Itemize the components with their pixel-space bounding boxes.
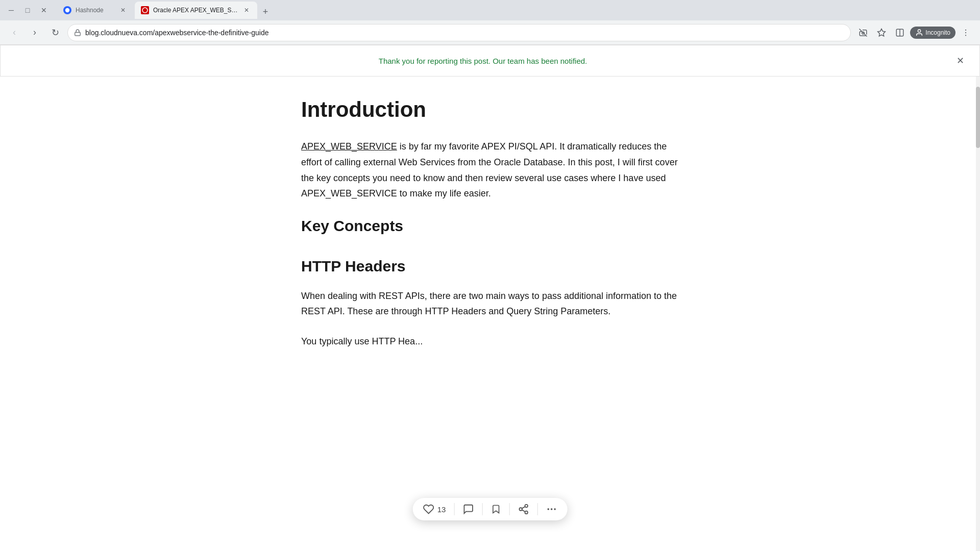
- section-spacer: [301, 248, 679, 256]
- tab-hashnode-close[interactable]: ✕: [118, 6, 128, 15]
- svg-line-16: [522, 507, 525, 509]
- tabs-row: Hashnode ✕ Oracle APEX APEX_WEB_SERVI...…: [57, 2, 976, 19]
- scrollbar-track[interactable]: [976, 77, 980, 551]
- svg-rect-2: [75, 32, 81, 35]
- more-button[interactable]: [958, 24, 974, 41]
- svg-point-12: [525, 505, 528, 508]
- ft-divider-2: [482, 503, 482, 515]
- comment-button[interactable]: [462, 504, 474, 515]
- svg-point-8: [918, 30, 921, 32]
- svg-point-19: [554, 508, 556, 510]
- camera-off-button[interactable]: [855, 24, 871, 41]
- http-paragraph-2-start: You typically use HTTP Hea: [301, 336, 415, 346]
- floating-toolbar: 13: [413, 498, 568, 520]
- svg-point-0: [65, 8, 69, 12]
- tab-hashnode[interactable]: Hashnode ✕: [57, 2, 134, 19]
- scrollbar-thumb[interactable]: [976, 87, 980, 148]
- ft-divider-3: [509, 503, 509, 515]
- toolbar: ‹ › ↻: [0, 20, 980, 45]
- http-headers-heading: HTTP Headers: [301, 256, 679, 276]
- notification-banner: Thank you for reporting this post. Our t…: [0, 45, 980, 77]
- content-wrapper: Introduction APEX_WEB_SERVICE is by far …: [0, 77, 980, 551]
- new-tab-button[interactable]: +: [258, 5, 273, 19]
- split-view-button[interactable]: [892, 24, 908, 41]
- incognito-badge[interactable]: Incognito: [910, 27, 955, 39]
- share-icon: [518, 504, 529, 515]
- minimize-button[interactable]: ─: [4, 3, 18, 17]
- incognito-icon: [915, 29, 923, 37]
- bookmark-button[interactable]: [491, 504, 501, 515]
- title-bar: ─ □ ✕ Hashnode ✕ Oracle APEX APEX_WEB_SE…: [0, 0, 980, 20]
- incognito-label: Incognito: [925, 29, 950, 36]
- svg-point-17: [547, 508, 549, 510]
- article-content: Introduction APEX_WEB_SERVICE is by far …: [260, 77, 720, 384]
- more-options-button[interactable]: [546, 504, 557, 515]
- key-concepts-heading: Key Concepts: [301, 216, 679, 236]
- comment-icon: [462, 504, 474, 515]
- close-button[interactable]: ✕: [37, 3, 51, 17]
- hashnode-favicon: [63, 6, 71, 14]
- more-options-icon: [546, 504, 557, 515]
- notification-close-button[interactable]: ✕: [953, 54, 967, 68]
- share-button[interactable]: [518, 504, 529, 515]
- http-paragraph-2: You typically use HTTP Hea...: [301, 334, 679, 349]
- http-paragraph-1: When dealing with REST APIs, there are t…: [301, 288, 679, 319]
- address-bar[interactable]: [67, 24, 851, 41]
- maximize-button[interactable]: □: [20, 3, 35, 17]
- bookmark-star-button[interactable]: [873, 24, 890, 41]
- introduction-heading: Introduction: [301, 97, 679, 122]
- bookmark-icon: [491, 504, 501, 515]
- svg-marker-5: [878, 29, 886, 36]
- lock-icon: [74, 29, 81, 36]
- notification-text: Thank you for reporting this post. Our t…: [13, 57, 953, 65]
- tab-oracle-label: Oracle APEX APEX_WEB_SERVI...: [153, 7, 238, 14]
- ft-divider-4: [537, 503, 537, 515]
- svg-point-13: [519, 508, 522, 511]
- intro-paragraph: APEX_WEB_SERVICE is by far my favorite A…: [301, 139, 679, 201]
- svg-point-14: [525, 511, 528, 514]
- browser-frame: ─ □ ✕ Hashnode ✕ Oracle APEX APEX_WEB_SE…: [0, 0, 980, 551]
- like-button[interactable]: 13: [423, 504, 446, 515]
- back-button[interactable]: ‹: [6, 24, 22, 41]
- tab-hashnode-label: Hashnode: [76, 7, 114, 14]
- window-controls: ─ □ ✕: [4, 3, 51, 17]
- apex-web-service-link[interactable]: APEX_WEB_SERVICE: [301, 141, 397, 152]
- ft-divider-1: [454, 503, 454, 515]
- svg-point-1: [142, 8, 148, 13]
- svg-point-9: [965, 29, 966, 30]
- oracle-favicon: [141, 6, 149, 14]
- svg-point-10: [965, 32, 966, 33]
- like-icon: [423, 504, 434, 515]
- forward-button[interactable]: ›: [27, 24, 43, 41]
- toolbar-icons: Incognito: [855, 24, 974, 41]
- content-scroll-area[interactable]: Introduction APEX_WEB_SERVICE is by far …: [0, 77, 980, 551]
- tab-oracle[interactable]: Oracle APEX APEX_WEB_SERVI... ✕: [135, 2, 257, 19]
- svg-line-15: [522, 510, 525, 512]
- tab-oracle-close[interactable]: ✕: [242, 6, 251, 15]
- like-count: 13: [437, 505, 446, 514]
- address-input[interactable]: [85, 29, 844, 37]
- svg-point-11: [965, 35, 966, 36]
- reload-button[interactable]: ↻: [47, 24, 63, 41]
- svg-point-18: [551, 508, 553, 510]
